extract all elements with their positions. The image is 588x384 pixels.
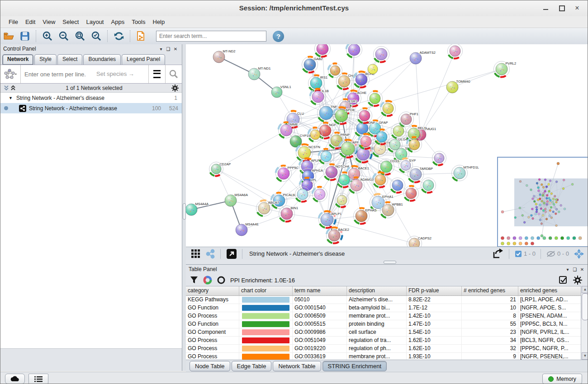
enrichment-settings-gear-icon[interactable] — [573, 276, 582, 285]
open-folder-icon[interactable] — [1, 29, 16, 43]
network-node-ms4a6a[interactable]: MS4A6A — [225, 193, 248, 206]
table-row[interactable]: GO ProcessGO:0006509membrane prot...1.42… — [186, 312, 581, 320]
table-panel-splitter[interactable] — [186, 260, 588, 264]
network-node-gab2[interactable]: GAB2 — [302, 57, 323, 73]
column-header--enriched-genes[interactable]: # enriched genes — [462, 286, 518, 295]
network-share-icon[interactable] — [203, 248, 218, 259]
column-header-term-name[interactable]: term name — [293, 286, 347, 295]
menu-layout[interactable]: Layout — [82, 17, 107, 27]
network-node-adamts2[interactable]: ADAMTS2 — [410, 51, 436, 64]
network-node-mt-nd2[interactable]: MT-ND2 — [213, 49, 235, 63]
network-node-vsnl1[interactable]: VSNL1 — [271, 85, 291, 98]
select-terms-checkbox-icon[interactable] — [559, 276, 568, 285]
scroll-down-icon[interactable]: ▼ — [582, 352, 588, 360]
table-tab-network-table[interactable]: Network Table — [273, 361, 321, 371]
network-node-75[interactable] — [308, 127, 322, 141]
tab-legend-panel[interactable]: Legend Panel — [122, 54, 165, 65]
birds-eye-view[interactable] — [497, 157, 588, 247]
column-header-fdr-p-value[interactable]: FDR p-value — [407, 286, 462, 295]
network-row[interactable]: String Network - Alzheimer's disease 100… — [0, 103, 182, 113]
table-row[interactable]: KEGG Pathways05010Alzheimer's dise...8.8… — [186, 296, 581, 304]
network-node-mthfd1l[interactable]: MTHFD1L — [452, 165, 479, 181]
network-node-57[interactable] — [374, 47, 389, 62]
network-node-60[interactable] — [368, 91, 383, 106]
ring-chart-icon[interactable] — [217, 276, 226, 285]
menu-help[interactable]: Help — [149, 17, 169, 27]
network-node-cd2ap[interactable]: CD2AP — [209, 162, 231, 176]
string-logo-icon[interactable] — [0, 65, 21, 83]
search-input[interactable] — [156, 31, 266, 42]
network-node-73[interactable] — [359, 134, 374, 149]
scrollbar-thumb[interactable] — [582, 293, 588, 320]
help-icon[interactable]: ? — [273, 31, 284, 42]
collection-expander-icon[interactable]: ▼ — [9, 96, 13, 100]
network-node-ppp5c[interactable]: PPP5C — [276, 166, 299, 182]
table-panel-menu-icon[interactable]: ▾ — [564, 267, 571, 272]
zoom-selected-icon[interactable] — [89, 29, 104, 43]
column-header-chart-color[interactable]: chart color — [239, 286, 293, 295]
network-node-71[interactable] — [407, 137, 422, 152]
close-button[interactable]: × — [571, 4, 583, 13]
table-row[interactable]: GO FunctionGO:0005515protein binding1.47… — [186, 320, 581, 328]
table-panel-float-icon[interactable]: ❑ — [571, 267, 579, 272]
network-node-62[interactable] — [357, 108, 372, 123]
fit-content-icon[interactable] — [571, 248, 587, 259]
table-row[interactable]: GO ProcessGO:0019220regulation of ph...1… — [186, 345, 581, 353]
expand-all-icon[interactable] — [10, 85, 17, 91]
network-node-76[interactable] — [432, 151, 446, 165]
string-query-input[interactable] — [21, 71, 148, 78]
tab-select[interactable]: Select — [57, 54, 82, 65]
menu-apps[interactable]: Apps — [108, 17, 128, 27]
network-node-59[interactable] — [328, 63, 342, 77]
panel-menu-icon[interactable]: ▾ — [157, 47, 165, 52]
menu-file[interactable]: File — [5, 17, 22, 27]
table-panel-close-icon[interactable]: ✕ — [579, 267, 586, 272]
zoom-out-icon[interactable] — [56, 29, 71, 43]
column-header-enriched-genes[interactable]: enriched genes — [518, 286, 581, 295]
string-options-icon[interactable] — [148, 65, 165, 83]
network-node-63[interactable] — [337, 173, 352, 187]
network-node-il1b[interactable]: IL1B — [310, 89, 329, 105]
tab-boundaries[interactable]: Boundaries — [83, 54, 121, 65]
splitter-grip[interactable] — [183, 203, 186, 220]
menu-edit[interactable]: Edit — [22, 17, 39, 27]
network-node-64[interactable] — [313, 187, 327, 202]
network-node-cadps2[interactable]: CADPS2 — [407, 236, 432, 247]
table-row[interactable]: GO ProcessGO:0051049regulation of tra...… — [186, 337, 581, 345]
table-tab-node-table[interactable]: Node Table — [190, 361, 230, 371]
network-node-58[interactable] — [448, 44, 463, 59]
hidden-elements-indicator[interactable]: 0 - 0 — [544, 248, 571, 259]
network-node-ms4a4a[interactable]: MS4A4A — [186, 202, 209, 215]
filter-icon[interactable] — [190, 276, 199, 285]
zoom-fit-icon[interactable] — [72, 29, 88, 43]
minimize-button[interactable] — [540, 4, 551, 13]
export-network-icon[interactable] — [490, 248, 506, 259]
network-node-66[interactable] — [373, 172, 388, 187]
refresh-icon[interactable] — [111, 29, 127, 43]
network-canvas[interactable]: MT-ND2MT-ND1VSNL1GAB2IRS1CHATBCHEIL1BTNF… — [186, 44, 588, 247]
maximize-button[interactable] — [556, 4, 568, 13]
table-row[interactable]: GO FunctionGO:0001540beta-amyloid bi...1… — [186, 304, 581, 312]
table-splitter-grip[interactable] — [384, 261, 396, 264]
network-node-72[interactable] — [375, 130, 389, 145]
grid-view-icon[interactable] — [189, 248, 203, 259]
network-node-apoe[interactable]: APOE — [333, 107, 355, 124]
network-options-gear-icon[interactable] — [171, 84, 179, 92]
panel-close-icon[interactable]: ✕ — [172, 47, 179, 52]
menu-select[interactable]: Select — [59, 17, 82, 27]
table-scrollbar[interactable]: ▲ ▼ — [581, 286, 588, 360]
network-node-55[interactable] — [315, 44, 331, 57]
network-collection-row[interactable]: ▼ String Network - Alzheimer's disease 1 — [0, 93, 182, 103]
scroll-up-icon[interactable]: ▲ — [582, 286, 588, 293]
table-tab-edge-table[interactable]: Edge Table — [232, 361, 272, 371]
network-node-74[interactable] — [319, 149, 334, 164]
column-header-description[interactable]: description — [347, 286, 407, 295]
share-document-icon[interactable] — [134, 29, 149, 43]
network-node-ms4a4e[interactable]: MS4A4E — [236, 222, 259, 236]
network-node-epha5[interactable]: EPHA5 — [354, 208, 377, 224]
column-header-category[interactable]: category — [186, 286, 239, 295]
network-node-70[interactable] — [391, 124, 406, 139]
network-node-69[interactable] — [421, 178, 436, 193]
panel-float-icon[interactable]: ❑ — [165, 47, 172, 52]
network-node-pvrl2[interactable]: PVRL2 — [494, 61, 517, 77]
